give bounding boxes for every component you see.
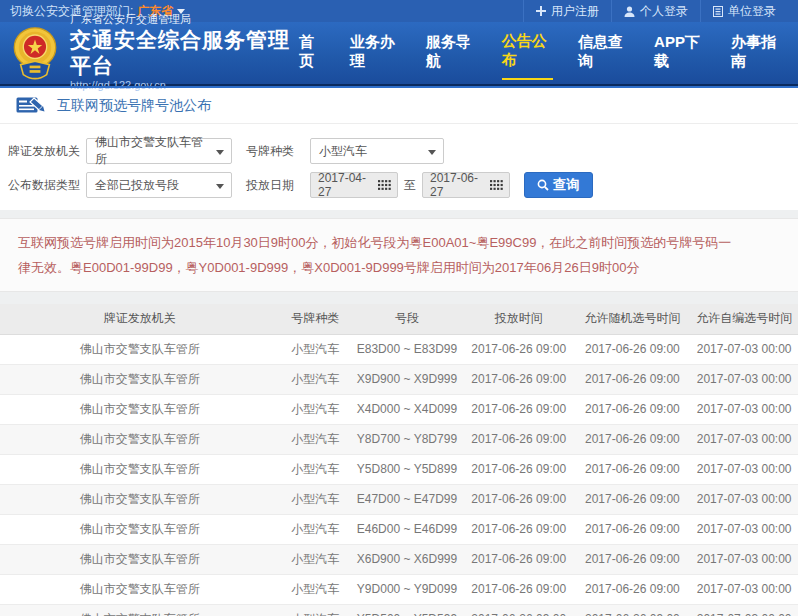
data-type-select[interactable]: 全部已投放号段 — [86, 172, 232, 198]
header-random-pick-time: 允许随机选号时间 — [575, 304, 691, 334]
data-type-value: 全部已投放号段 — [95, 177, 179, 194]
notice-text: 互联网预选号牌启用时间为2015年10月30日9时00分，初始化号段为粤E00A… — [0, 218, 798, 292]
cell-release-time: 2017-06-26 09:00 — [463, 574, 575, 604]
cell-release-time: 2017-06-26 09:00 — [463, 514, 575, 544]
cell-segment: E46D00 ~ E46D99 — [351, 514, 463, 544]
page-title: 互联网预选号牌号池公布 — [57, 97, 211, 115]
table-header-row: 牌证发放机关 号牌种类 号段 投放时间 允许随机选号时间 允许自编选号时间 — [0, 304, 798, 334]
cell-segment: X9D900 ~ X9D999 — [351, 364, 463, 394]
table-row: 佛山市交警支队车管所 小型汽车 Y8D700 ~ Y8D799 2017-06-… — [0, 424, 798, 454]
chevron-down-icon — [216, 184, 224, 189]
cell-random-pick-time: 2017-06-26 09:00 — [575, 604, 691, 616]
cell-issuing-org: 佛山市交警支队车管所 — [0, 454, 279, 484]
site-url: http://gd.122.gov.cn — [70, 79, 299, 93]
cell-segment: Y5D500 ~ Y5D599 — [351, 604, 463, 616]
chevron-down-icon — [216, 150, 224, 155]
header-segment: 号段 — [351, 304, 463, 334]
table-row: 佛山市交警支队车管所 小型汽车 E83D00 ~ E83D99 2017-06-… — [0, 334, 798, 364]
brand-text: 广东省公安厅交通管理局 交通安全综合服务管理平台 http://gd.122.g… — [70, 13, 299, 93]
cell-plate-type: 小型汽车 — [279, 424, 351, 454]
plate-pool-table: 牌证发放机关 号牌种类 号段 投放时间 允许随机选号时间 允许自编选号时间 佛山… — [0, 304, 798, 616]
cell-release-time: 2017-06-26 09:00 — [463, 364, 575, 394]
cell-plate-type: 小型汽车 — [279, 454, 351, 484]
cell-random-pick-time: 2017-06-26 09:00 — [575, 544, 691, 574]
cell-random-pick-time: 2017-06-26 09:00 — [575, 424, 691, 454]
personal-login-link[interactable]: 个人登录 — [611, 0, 700, 22]
issuing-org-select[interactable]: 佛山市交警支队车管所 — [86, 138, 232, 164]
table-row: 佛山市交警支队车管所 小型汽车 X4D000 ~ X4D099 2017-06-… — [0, 394, 798, 424]
cell-plate-type: 小型汽车 — [279, 604, 351, 616]
table-row: 佛山市交警支队车管所 小型汽车 E46D00 ~ E46D99 2017-06-… — [0, 514, 798, 544]
plate-type-select[interactable]: 小型汽车 — [310, 138, 444, 164]
cell-issuing-org: 佛山市交警支队车管所 — [0, 364, 279, 394]
cell-issuing-org: 佛山市交警支队车管所 — [0, 424, 279, 454]
cell-random-pick-time: 2017-06-26 09:00 — [575, 484, 691, 514]
release-date-label: 投放日期 — [246, 177, 304, 194]
cell-release-time: 2017-06-26 09:00 — [463, 544, 575, 574]
cell-plate-type: 小型汽车 — [279, 394, 351, 424]
cell-random-pick-time: 2017-06-26 09:00 — [575, 364, 691, 394]
org-name: 广东省公安厅交通管理局 — [70, 13, 299, 27]
nav-item[interactable]: 服务导航 — [426, 27, 477, 79]
cell-custom-pick-time: 2017-07-03 00:00 — [690, 394, 798, 424]
table-row: 佛山市交警支队车管所 小型汽车 Y5D500 ~ Y5D599 2017-06-… — [0, 604, 798, 616]
plate-type-label: 号牌种类 — [246, 143, 304, 160]
cell-custom-pick-time: 2017-07-03 00:00 — [690, 604, 798, 616]
header-release-time: 投放时间 — [463, 304, 575, 334]
license-pen-icon — [16, 95, 45, 116]
nav-item[interactable]: 公告公布 — [502, 26, 553, 80]
calendar-grid-icon — [490, 180, 503, 190]
date-to-input[interactable]: 2017-06-27 — [422, 172, 510, 198]
cell-plate-type: 小型汽车 — [279, 514, 351, 544]
date-from-value: 2017-04-27 — [318, 171, 378, 199]
cell-custom-pick-time: 2017-07-03 00:00 — [690, 424, 798, 454]
cell-issuing-org: 佛山市交警支队车管所 — [0, 574, 279, 604]
site-title: 交通安全综合服务管理平台 — [70, 27, 299, 80]
unit-login-link[interactable]: 单位登录 — [700, 0, 788, 22]
issuing-org-value: 佛山市交警支队车管所 — [95, 134, 211, 168]
cell-release-time: 2017-06-26 09:00 — [463, 334, 575, 364]
plate-type-value: 小型汽车 — [319, 143, 367, 160]
cell-release-time: 2017-06-26 09:00 — [463, 424, 575, 454]
cell-custom-pick-time: 2017-07-03 00:00 — [690, 544, 798, 574]
site-header: 广东省公安厅交通管理局 交通安全综合服务管理平台 http://gd.122.g… — [0, 22, 798, 86]
topbar-links: 用户注册 个人登录 单位登录 — [523, 0, 788, 22]
cell-custom-pick-time: 2017-07-03 00:00 — [690, 574, 798, 604]
header-issuing-org: 牌证发放机关 — [0, 304, 279, 334]
cell-segment: Y5D800 ~ Y5D899 — [351, 454, 463, 484]
cell-issuing-org: 佛山市交警支队车管所 — [0, 394, 279, 424]
search-button-label: 查询 — [553, 176, 580, 194]
unit-login-label: 单位登录 — [728, 3, 776, 20]
nav-item[interactable]: 首页 — [299, 27, 325, 79]
search-button[interactable]: 查询 — [524, 172, 593, 198]
search-icon — [537, 179, 549, 191]
cell-segment: Y8D700 ~ Y8D799 — [351, 424, 463, 454]
nav-item[interactable]: 业务办理 — [350, 27, 401, 79]
cell-release-time: 2017-06-26 09:00 — [463, 394, 575, 424]
filter-row-2: 公布数据类型 全部已投放号段 投放日期 2017-04-27 至 2017-06… — [6, 170, 792, 200]
table-row: 佛山市交警支队车管所 小型汽车 Y9D000 ~ Y9D099 2017-06-… — [0, 574, 798, 604]
date-to-label: 至 — [404, 177, 416, 194]
date-from-input[interactable]: 2017-04-27 — [310, 172, 398, 198]
page-title-bar: 互联网预选号牌号池公布 — [0, 88, 798, 124]
cell-release-time: 2017-06-26 09:00 — [463, 454, 575, 484]
nav-item[interactable]: APP下载 — [654, 27, 706, 79]
calendar-grid-icon — [378, 180, 391, 190]
cell-issuing-org: 佛山市交警支队车管所 — [0, 484, 279, 514]
org-icon — [713, 6, 723, 17]
register-link[interactable]: 用户注册 — [523, 0, 611, 22]
cell-segment: X6D900 ~ X6D999 — [351, 544, 463, 574]
table-row: 佛山市交警支队车管所 小型汽车 X9D900 ~ X9D999 2017-06-… — [0, 364, 798, 394]
header-plate-type: 号牌种类 — [279, 304, 351, 334]
nav-item[interactable]: 办事指南 — [731, 27, 782, 79]
page: 切换公安交通管理部门: 广东省 用户注册 个人登录 单位登录 — [0, 0, 798, 616]
cell-segment: E47D00 ~ E47D99 — [351, 484, 463, 514]
cell-plate-type: 小型汽车 — [279, 574, 351, 604]
cell-issuing-org: 佛山市交警支队车管所 — [0, 544, 279, 574]
table-body: 佛山市交警支队车管所 小型汽车 E83D00 ~ E83D99 2017-06-… — [0, 334, 798, 616]
date-to-value: 2017-06-27 — [430, 171, 490, 199]
cell-random-pick-time: 2017-06-26 09:00 — [575, 514, 691, 544]
cell-plate-type: 小型汽车 — [279, 484, 351, 514]
nav-item[interactable]: 信息查询 — [578, 27, 629, 79]
filter-row-1: 牌证发放机关 佛山市交警支队车管所 号牌种类 小型汽车 — [6, 136, 792, 166]
